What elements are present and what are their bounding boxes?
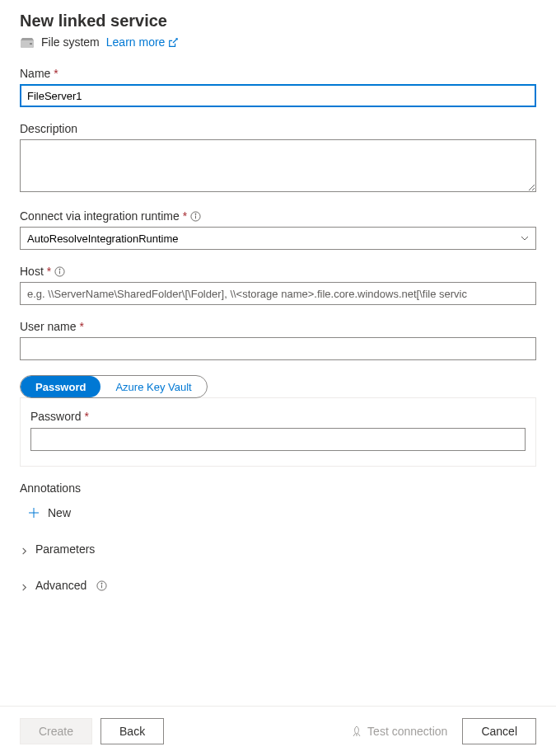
username-input[interactable] [20,337,536,360]
info-icon[interactable] [96,580,107,591]
learn-more-link[interactable]: Learn more [106,35,179,49]
external-link-icon [168,37,178,47]
new-annotation-button[interactable]: New [20,503,71,523]
description-label: Description [20,122,536,135]
subtitle-row: File system Learn more [20,35,536,49]
runtime-select[interactable]: AutoResolveIntegrationRuntime [20,227,536,250]
chevron-right-icon [20,545,29,554]
chevron-right-icon [20,581,29,590]
tab-password[interactable]: Password [21,376,100,397]
password-label: Password* [30,410,526,423]
parameters-expander[interactable]: Parameters [20,539,95,559]
annotations-label: Annotations [20,481,536,495]
runtime-label: Connect via integration runtime* [20,209,536,223]
advanced-expander[interactable]: Advanced [20,575,107,595]
name-label: Name* [20,67,536,80]
back-button[interactable]: Back [100,718,164,744]
credential-box: Password* [20,397,536,467]
svg-point-11 [101,583,102,584]
plus-icon [28,507,40,519]
page-title: New linked service [20,12,536,31]
svg-point-3 [195,214,196,214]
svg-point-6 [59,269,60,270]
tab-keyvault[interactable]: Azure Key Vault [100,376,206,397]
password-input[interactable] [30,428,526,451]
cancel-button[interactable]: Cancel [462,718,536,744]
name-input[interactable] [20,84,536,107]
create-button: Create [20,718,92,744]
description-textarea[interactable] [20,139,536,192]
subtitle-text: File system [41,35,100,49]
disk-icon [20,37,35,47]
footer: Create Back Test connection Cancel [0,706,556,756]
host-label: Host* [20,265,536,278]
info-icon[interactable] [190,211,201,222]
rocket-icon [351,725,362,737]
credential-tabs: Password Azure Key Vault [20,375,208,398]
username-label: User name* [20,320,536,333]
svg-rect-0 [30,44,32,45]
host-input[interactable] [20,282,536,305]
test-connection-button: Test connection [344,725,454,738]
info-icon[interactable] [54,266,65,277]
